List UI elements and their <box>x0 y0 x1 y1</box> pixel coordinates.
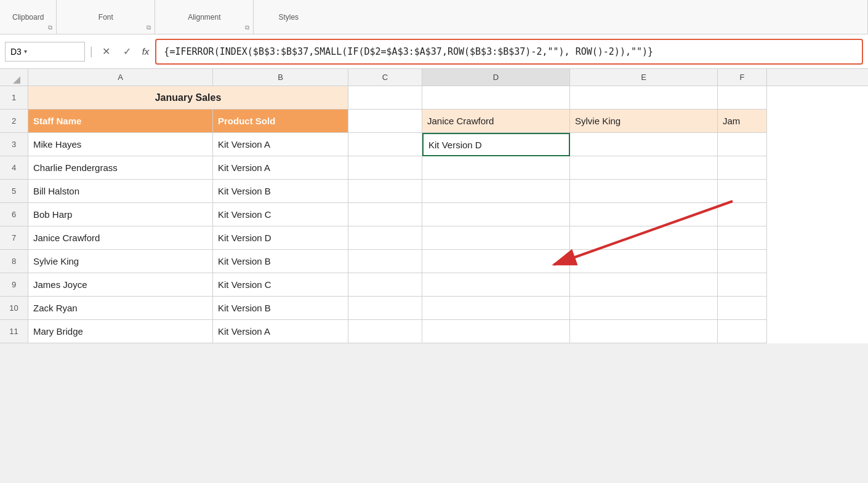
corner-cell[interactable] <box>0 69 28 86</box>
cell-f10[interactable] <box>718 297 767 320</box>
clipboard-expand-icon[interactable]: ⧉ <box>48 24 52 31</box>
spreadsheet: A B C D E F 1 January Sales 2 Staff Name… <box>0 69 868 343</box>
cell-d11[interactable] <box>422 320 570 343</box>
alignment-label: Alignment <box>188 13 220 22</box>
font-section: Font ⧉ <box>57 0 155 34</box>
cell-d7[interactable] <box>422 226 570 250</box>
cell-a6[interactable]: Bob Harp <box>28 203 213 226</box>
cell-b9[interactable]: Kit Version C <box>213 273 348 297</box>
cell-a3[interactable]: Mike Hayes <box>28 133 213 156</box>
cell-b8[interactable]: Kit Version B <box>213 250 348 273</box>
cell-e10[interactable] <box>570 297 718 320</box>
row-num-8: 8 <box>0 250 28 273</box>
fx-label: fx <box>142 46 150 57</box>
cell-c1[interactable] <box>348 86 422 110</box>
col-header-a[interactable]: A <box>28 69 213 86</box>
cell-c3[interactable] <box>348 133 422 156</box>
cell-e4[interactable] <box>570 156 718 180</box>
cell-a5[interactable]: Bill Halston <box>28 180 213 203</box>
cell-b11[interactable]: Kit Version A <box>213 320 348 343</box>
confirm-formula-button[interactable]: ✓ <box>119 43 136 60</box>
cell-d3[interactable]: Kit Version D <box>422 133 570 156</box>
row-num-11: 11 <box>0 320 28 343</box>
cell-d4[interactable] <box>422 156 570 180</box>
cell-e7[interactable] <box>570 226 718 250</box>
table-row: 5 Bill Halston Kit Version B <box>0 180 868 203</box>
cell-b7[interactable]: Kit Version D <box>213 226 348 250</box>
cell-a7[interactable]: Janice Crawford <box>28 226 213 250</box>
name-box[interactable]: D3 ▾ <box>5 42 85 62</box>
cell-f7[interactable] <box>718 226 767 250</box>
table-row: 7 Janice Crawford Kit Version D <box>0 226 868 250</box>
row-num-1: 1 <box>0 86 28 110</box>
cell-c6[interactable] <box>348 203 422 226</box>
cell-f3[interactable] <box>718 133 767 156</box>
cell-a1[interactable]: January Sales <box>28 86 348 110</box>
table-row: 9 James Joyce Kit Version C <box>0 273 868 297</box>
cell-b6[interactable]: Kit Version C <box>213 203 348 226</box>
col-header-f[interactable]: F <box>718 69 767 86</box>
cell-d8[interactable] <box>422 250 570 273</box>
cell-f6[interactable] <box>718 203 767 226</box>
cell-b2[interactable]: Product Sold <box>213 110 348 133</box>
cell-e6[interactable] <box>570 203 718 226</box>
table-row: 4 Charlie Pendergrass Kit Version A <box>0 156 868 180</box>
cell-f2[interactable]: Jam <box>718 110 767 133</box>
cell-a10[interactable]: Zack Ryan <box>28 297 213 320</box>
col-header-e[interactable]: E <box>570 69 718 86</box>
cell-a2[interactable]: Staff Name <box>28 110 213 133</box>
cell-f9[interactable] <box>718 273 767 297</box>
cell-c8[interactable] <box>348 250 422 273</box>
cell-a9[interactable]: James Joyce <box>28 273 213 297</box>
cell-e3[interactable] <box>570 133 718 156</box>
table-row: 3 Mike Hayes Kit Version A Kit Version D <box>0 133 868 156</box>
row-num-4: 4 <box>0 156 28 180</box>
cell-d6[interactable] <box>422 203 570 226</box>
formula-input[interactable]: {=IFERROR(INDEX($B$3:$B$37,SMALL(IF(D$2=… <box>155 39 863 65</box>
cell-e9[interactable] <box>570 273 718 297</box>
cell-f4[interactable] <box>718 156 767 180</box>
cell-e2[interactable]: Sylvie King <box>570 110 718 133</box>
styles-section: Styles <box>254 0 868 34</box>
cell-c10[interactable] <box>348 297 422 320</box>
formula-bar: D3 ▾ | ✕ ✓ fx {=IFERROR(INDEX($B$3:$B$37… <box>0 34 868 69</box>
cell-f11[interactable] <box>718 320 767 343</box>
cell-c4[interactable] <box>348 156 422 180</box>
cell-b4[interactable]: Kit Version A <box>213 156 348 180</box>
column-headers: A B C D E F <box>0 69 868 86</box>
col-header-d[interactable]: D <box>422 69 570 86</box>
clipboard-label: Clipboard <box>12 13 44 22</box>
cell-c2[interactable] <box>348 110 422 133</box>
cell-b10[interactable]: Kit Version B <box>213 297 348 320</box>
alignment-section: Alignment ⧉ <box>155 0 254 34</box>
cell-f8[interactable] <box>718 250 767 273</box>
alignment-expand-icon[interactable]: ⧉ <box>245 24 249 31</box>
font-label: Font <box>98 13 113 22</box>
cell-d5[interactable] <box>422 180 570 203</box>
cell-d1[interactable] <box>422 86 570 110</box>
col-header-c[interactable]: C <box>348 69 422 86</box>
cell-c9[interactable] <box>348 273 422 297</box>
cell-f5[interactable] <box>718 180 767 203</box>
cell-c5[interactable] <box>348 180 422 203</box>
cell-a11[interactable]: Mary Bridge <box>28 320 213 343</box>
cell-c7[interactable] <box>348 226 422 250</box>
ribbon: Clipboard ⧉ Font ⧉ Alignment ⧉ Styles <box>0 0 868 34</box>
cancel-formula-button[interactable]: ✕ <box>98 43 115 60</box>
cell-e8[interactable] <box>570 250 718 273</box>
cell-a4[interactable]: Charlie Pendergrass <box>28 156 213 180</box>
font-expand-icon[interactable]: ⧉ <box>147 24 151 31</box>
cell-a8[interactable]: Sylvie King <box>28 250 213 273</box>
col-header-b[interactable]: B <box>213 69 348 86</box>
cell-e11[interactable] <box>570 320 718 343</box>
cell-d9[interactable] <box>422 273 570 297</box>
cell-c11[interactable] <box>348 320 422 343</box>
name-box-dropdown-icon[interactable]: ▾ <box>24 48 27 55</box>
cell-e5[interactable] <box>570 180 718 203</box>
cell-b3[interactable]: Kit Version A <box>213 133 348 156</box>
cell-b5[interactable]: Kit Version B <box>213 180 348 203</box>
cell-f1[interactable] <box>718 86 767 110</box>
cell-e1[interactable] <box>570 86 718 110</box>
cell-d10[interactable] <box>422 297 570 320</box>
cell-d2[interactable]: Janice Crawford <box>422 110 570 133</box>
